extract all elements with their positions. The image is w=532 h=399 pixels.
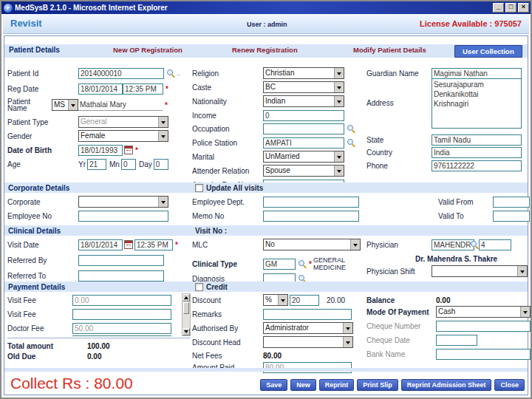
- chevron-down-icon[interactable]: [517, 266, 527, 276]
- minimize-button[interactable]: _: [493, 3, 504, 13]
- new-button[interactable]: New: [290, 379, 316, 391]
- age-yr-input[interactable]: [87, 159, 106, 170]
- scroll-down-icon[interactable]: [183, 328, 190, 335]
- mode-of-payment-select[interactable]: Cash: [436, 306, 531, 318]
- physician-input[interactable]: [432, 239, 474, 250]
- dob-input[interactable]: [78, 145, 123, 156]
- discount-unit-select[interactable]: %: [263, 294, 288, 306]
- guardian-name-input[interactable]: [432, 68, 522, 79]
- employee-dept-input[interactable]: [263, 197, 359, 208]
- occupation-input[interactable]: [263, 123, 344, 134]
- fee-row-input[interactable]: [72, 309, 171, 320]
- chevron-down-icon[interactable]: [68, 100, 78, 110]
- visit-time-input[interactable]: [134, 239, 173, 250]
- chevron-down-icon[interactable]: [334, 151, 344, 162]
- chevron-down-icon[interactable]: [350, 239, 360, 250]
- chevron-down-icon[interactable]: [334, 82, 344, 92]
- memo-no-input[interactable]: [263, 211, 359, 222]
- state-input[interactable]: [432, 134, 522, 146]
- tab-renew-registration[interactable]: Renew Registration: [232, 46, 298, 54]
- chevron-down-icon[interactable]: [158, 131, 168, 141]
- cheque-number-input[interactable]: [436, 321, 531, 332]
- required-asterisk: *: [309, 260, 312, 268]
- patient-type-select[interactable]: General: [78, 116, 168, 128]
- fee-row-input[interactable]: [72, 323, 171, 334]
- physician-no-input[interactable]: [479, 239, 511, 250]
- physician-shift-select[interactable]: [432, 265, 528, 277]
- scroll-up-icon[interactable]: [183, 294, 190, 301]
- chevron-down-icon[interactable]: [334, 96, 344, 106]
- income-input[interactable]: [263, 110, 344, 121]
- name-title-select[interactable]: MS: [52, 99, 78, 111]
- physician-search-icon[interactable]: [470, 240, 479, 249]
- patient-id-input[interactable]: [78, 68, 164, 79]
- employee-no-input[interactable]: [78, 211, 168, 222]
- reprint-admission-sheet-button[interactable]: Reprint Admission Sheet: [401, 379, 492, 391]
- valid-from-input[interactable]: [493, 197, 530, 208]
- police-station-search-icon[interactable]: [347, 138, 355, 147]
- reprint-button[interactable]: Reprint: [319, 379, 355, 391]
- required-asterisk: *: [135, 146, 138, 154]
- patient-name-input[interactable]: [78, 100, 163, 111]
- save-button[interactable]: Save: [260, 379, 287, 391]
- tab-patient-details[interactable]: Patient Details: [9, 46, 60, 54]
- maximize-button[interactable]: □: [505, 3, 516, 13]
- close-button[interactable]: Close: [494, 379, 525, 391]
- corporate-select[interactable]: [78, 196, 168, 208]
- tab-modify-patient-details[interactable]: Modify Patient Details: [353, 46, 426, 54]
- nationality-select[interactable]: Indian: [263, 95, 344, 107]
- mlc-select[interactable]: No: [263, 239, 361, 250]
- chevron-down-icon[interactable]: [278, 295, 287, 305]
- close-window-button[interactable]: ×: [518, 3, 529, 13]
- clinical-type-input[interactable]: [263, 259, 296, 270]
- clinical-type-search-icon[interactable]: [298, 259, 307, 268]
- discount-head-select[interactable]: [263, 336, 353, 348]
- patient-id-search-icon[interactable]: [166, 69, 175, 78]
- visit-date-label: Visit Date: [7, 241, 78, 249]
- visit-date-input[interactable]: [78, 239, 123, 250]
- valid-to-input[interactable]: [493, 211, 530, 222]
- police-station-input[interactable]: [263, 137, 344, 149]
- scrollbar-thumb[interactable]: [183, 302, 189, 314]
- update-all-visits-checkbox[interactable]: [195, 184, 203, 192]
- corporate-section-header: Corporate Details Update All visits: [4, 183, 528, 193]
- attender-relation-select[interactable]: Spouse: [263, 165, 344, 177]
- phone-input[interactable]: [432, 160, 522, 171]
- chevron-down-icon[interactable]: [343, 323, 352, 333]
- caste-select[interactable]: BC: [263, 81, 344, 93]
- reg-date-input[interactable]: [78, 83, 123, 95]
- patient-type-label: Patient Type: [7, 118, 78, 126]
- cheque-date-input[interactable]: [436, 335, 477, 346]
- visit-date-calendar-icon[interactable]: [124, 240, 133, 249]
- chevron-down-icon[interactable]: [520, 307, 530, 317]
- chevron-down-icon[interactable]: [158, 197, 168, 207]
- credit-checkbox[interactable]: [195, 283, 203, 291]
- gender-select[interactable]: Female: [78, 130, 168, 142]
- country-input[interactable]: [432, 147, 522, 158]
- remarks-input[interactable]: [263, 309, 352, 320]
- referred-by-input[interactable]: [78, 255, 164, 266]
- tab-new-op-registration[interactable]: New OP Registration: [113, 46, 183, 54]
- marital-select[interactable]: UnMarried: [263, 151, 344, 163]
- user-collection-button[interactable]: User Collection: [454, 45, 522, 58]
- discount-input[interactable]: [290, 295, 319, 306]
- fee-row-input[interactable]: [72, 335, 171, 337]
- address-textarea[interactable]: Sesurajapuram Denkanikottai Krishnagiri: [432, 78, 522, 129]
- age-mn-input[interactable]: [121, 159, 136, 170]
- fee-row-input[interactable]: [72, 295, 171, 306]
- referred-to-input[interactable]: [78, 270, 164, 282]
- dob-calendar-icon[interactable]: [124, 146, 133, 154]
- chevron-down-icon[interactable]: [334, 68, 344, 78]
- chevron-down-icon[interactable]: [158, 117, 168, 127]
- age-day-input[interactable]: [154, 159, 168, 170]
- chevron-down-icon[interactable]: [343, 337, 352, 347]
- print-slip-button[interactable]: Print Slip: [357, 379, 398, 391]
- chevron-down-icon[interactable]: [334, 166, 344, 176]
- fee-list-scrollbar[interactable]: [182, 293, 191, 336]
- footer-buttons: Save New Reprint Print Slip Reprint Admi…: [260, 379, 525, 391]
- authorised-by-select[interactable]: Administrator: [263, 322, 353, 334]
- religion-select[interactable]: Christian: [263, 67, 344, 79]
- reg-time-input[interactable]: [123, 83, 163, 95]
- occupation-search-icon[interactable]: [347, 124, 355, 133]
- bank-name-input[interactable]: [436, 349, 531, 360]
